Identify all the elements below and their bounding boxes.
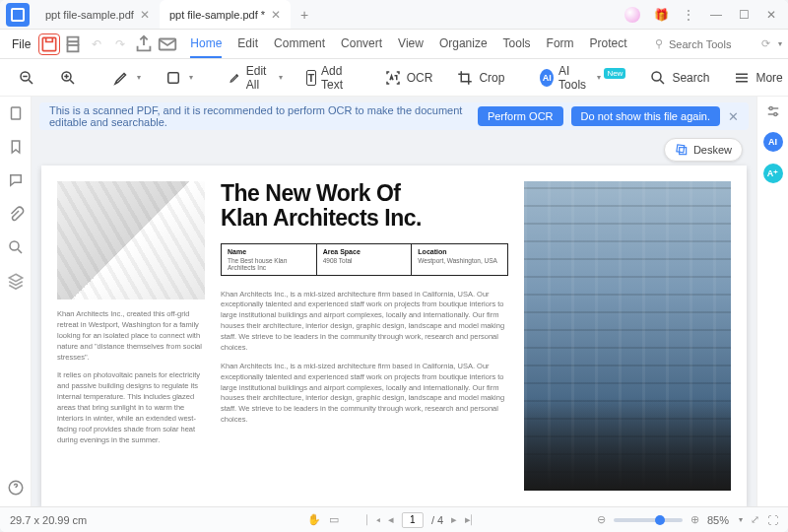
deskew-button[interactable]: Deskew	[664, 138, 743, 162]
share-icon[interactable]	[133, 33, 155, 55]
svg-point-12	[769, 107, 772, 110]
info-label: Area Space	[323, 248, 406, 255]
hand-tool-icon[interactable]: ✋	[307, 513, 321, 526]
menu-convert[interactable]: Convert	[341, 31, 382, 58]
doc-headline-line2: Klan Architects Inc.	[221, 205, 422, 231]
comment-icon[interactable]	[7, 171, 25, 189]
svg-point-13	[773, 113, 776, 116]
app-logo-icon	[6, 3, 30, 27]
edit-all-label: Edit All	[246, 64, 272, 92]
zoom-in-icon[interactable]: ⊕	[690, 513, 699, 526]
ai-side-icon[interactable]: AI	[763, 132, 783, 152]
menu-form[interactable]: Form	[547, 31, 574, 58]
banner-message: This is a scanned PDF, and it is recomme…	[49, 104, 470, 128]
menu-edit[interactable]: Edit	[237, 31, 258, 58]
crop-button[interactable]: Crop	[448, 65, 512, 91]
sync-icon[interactable]: ⟳	[761, 37, 770, 50]
fullscreen-icon[interactable]: ⛶	[767, 514, 778, 526]
highlight-button[interactable]: ▾	[104, 65, 149, 91]
maximize-icon[interactable]: ☐	[737, 8, 751, 22]
undo-icon[interactable]: ↶	[86, 33, 107, 55]
zoom-out-button[interactable]	[10, 65, 43, 91]
dismiss-banner-button[interactable]: Do not show this file again.	[571, 106, 720, 126]
ai-icon: AI	[540, 69, 554, 87]
right-sidebar: AI A⁺	[756, 97, 788, 506]
tab-active[interactable]: ppt file-sample.pdf * ✕	[160, 0, 291, 29]
translate-side-icon[interactable]: A⁺	[763, 164, 783, 183]
menu-view[interactable]: View	[398, 31, 424, 58]
search-icon	[649, 69, 667, 87]
tab-label: ppt file-sample.pdf	[45, 9, 134, 21]
menu-tools[interactable]: Tools	[503, 31, 531, 58]
menu-home[interactable]: Home	[190, 31, 222, 58]
ocr-button[interactable]: OCR	[376, 65, 441, 91]
add-text-button[interactable]: TAdd Text	[298, 60, 357, 96]
info-label: Location	[418, 248, 501, 255]
zoom-slider[interactable]	[614, 518, 683, 522]
svg-rect-0	[43, 37, 56, 50]
gift-icon[interactable]: 🎁	[654, 8, 668, 22]
svg-rect-11	[680, 148, 687, 155]
chevron-down-icon: ▾	[279, 73, 283, 82]
bookmark-icon[interactable]	[7, 138, 25, 156]
menu-file[interactable]: File	[6, 37, 36, 51]
doc-image-left	[57, 181, 205, 299]
edit-all-button[interactable]: Edit All▾	[221, 60, 291, 96]
select-tool-icon[interactable]: ▭	[329, 513, 339, 526]
crop-label: Crop	[479, 71, 504, 85]
redo-icon[interactable]: ↷	[109, 33, 131, 55]
first-page-icon[interactable]: ⎸◂	[366, 513, 380, 526]
zoom-out-icon[interactable]: ⊖	[597, 513, 606, 526]
menu-organize[interactable]: Organize	[439, 31, 488, 58]
info-value: Westport, Washington, USA	[418, 257, 501, 264]
page-number-input[interactable]	[402, 512, 424, 528]
minimize-icon[interactable]: —	[709, 8, 723, 22]
layers-icon[interactable]	[7, 272, 25, 290]
tab-label: ppt file-sample.pdf *	[169, 9, 265, 21]
prev-page-icon[interactable]: ◂	[388, 513, 394, 526]
settings-icon[interactable]	[764, 102, 782, 120]
doc-para: Khan Architects Inc., is a mid-sized arc…	[221, 290, 508, 354]
chevron-down-icon[interactable]: ▾	[778, 39, 782, 48]
close-icon[interactable]: ✕	[271, 8, 281, 22]
tab-inactive[interactable]: ppt file-sample.pdf ✕	[35, 0, 160, 29]
menu-protect[interactable]: Protect	[590, 31, 627, 58]
print-icon[interactable]	[62, 33, 84, 55]
chevron-down-icon: ▾	[597, 73, 601, 82]
add-text-label: Add Text	[321, 64, 349, 92]
next-page-icon[interactable]: ▸	[451, 513, 457, 526]
shape-button[interactable]: ▾	[157, 65, 201, 91]
email-icon[interactable]	[157, 33, 178, 55]
search-button[interactable]: Search	[641, 65, 717, 91]
deskew-label: Deskew	[693, 144, 732, 156]
attachment-icon[interactable]	[7, 205, 25, 223]
zoom-in-button[interactable]	[51, 65, 85, 91]
kebab-icon[interactable]: ⋮	[682, 8, 695, 22]
perform-ocr-button[interactable]: Perform OCR	[478, 106, 563, 126]
search-tools-input[interactable]	[669, 38, 748, 50]
close-icon[interactable]: ✕	[140, 8, 150, 22]
ocr-banner: This is a scanned PDF, and it is recomme…	[39, 102, 749, 130]
info-value: 4908 Total	[323, 257, 406, 264]
new-tab-button[interactable]: +	[291, 7, 318, 23]
doc-headline-line1: The New Work Of	[221, 180, 401, 206]
thumbnails-icon[interactable]	[7, 104, 25, 122]
ocr-icon	[384, 69, 402, 87]
user-avatar-icon[interactable]	[624, 7, 640, 23]
svg-rect-10	[677, 145, 685, 153]
search-icon: ⚲	[655, 37, 663, 50]
save-button[interactable]	[38, 33, 60, 55]
help-icon[interactable]	[7, 479, 25, 497]
highlighter-icon	[112, 69, 130, 87]
magnify-icon[interactable]	[7, 238, 25, 256]
close-banner-icon[interactable]: ✕	[728, 109, 739, 124]
ai-tools-button[interactable]: AIAI Tools▾New	[532, 60, 633, 96]
menu-comment[interactable]: Comment	[274, 31, 325, 58]
more-button[interactable]: More▾	[725, 65, 788, 91]
zoom-value: 85%	[707, 514, 729, 526]
fit-width-icon[interactable]: ⤢	[751, 513, 759, 526]
chevron-down-icon[interactable]: ▾	[739, 515, 743, 524]
close-window-icon[interactable]: ✕	[764, 8, 778, 22]
last-page-icon[interactable]: ▸⎸	[465, 513, 481, 526]
titlebar: ppt file-sample.pdf ✕ ppt file-sample.pd…	[0, 0, 788, 30]
